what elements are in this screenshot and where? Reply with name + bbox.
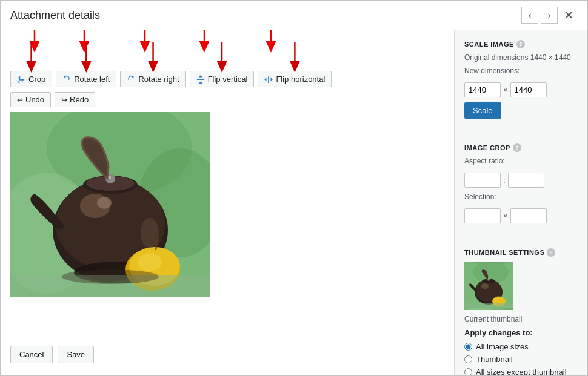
original-dims: Original dimensions 1440 × 1440 [464,53,578,62]
radio-all-sizes[interactable]: All image sizes [464,342,578,351]
apply-label: Apply changes to: [464,328,578,337]
divider-1 [464,131,578,131]
radio-all-except-label: All sizes except thumbnail [476,368,567,375]
sidebar: SCALE IMAGE ? Original dimensions 1440 ×… [454,30,587,375]
rotate-right-icon [127,75,135,84]
thumbnail-section: THUMBNAIL SETTINGS ? [464,248,578,375]
footer-buttons: Cancel Save [10,341,444,368]
radio-all-except-thumbnail[interactable]: All sizes except thumbnail [464,368,578,375]
prev-button[interactable]: ‹ [521,7,538,24]
modal-container: Attachment details ‹ › ✕ [0,0,588,376]
thumbnail-painting-svg [464,262,513,310]
aspect-ratio-row: : [464,173,578,188]
crop-icon [17,75,25,84]
svg-rect-39 [464,303,513,308]
selection-x-sep: × [503,211,508,220]
kettle-painting-svg [10,112,210,297]
image-preview [10,112,210,297]
new-dims-label: New dimensions: [464,67,578,75]
flip-vertical-icon [196,75,205,84]
radio-all-sizes-input[interactable] [464,343,472,351]
flip-horizontal-icon [264,75,273,84]
radio-all-except-input[interactable] [464,368,472,375]
flip-vertical-button[interactable]: Flip vertical [190,71,255,87]
radio-thumbnail-label: Thumbnail [476,355,513,364]
aspect-width-input[interactable] [464,173,501,188]
crop-help-icon[interactable]: ? [513,143,521,152]
modal-title: Attachment details [10,9,100,22]
scale-section-title: SCALE IMAGE ? [464,40,578,48]
cancel-button[interactable]: Cancel [10,346,53,363]
radio-all-sizes-label: All image sizes [476,342,529,351]
selection-row: × [464,208,578,223]
history-bar: ↩ Undo ↪ Redo [10,92,444,107]
red-arrows-svg [10,38,444,71]
redo-icon: ↪ [61,96,67,104]
radio-thumbnail[interactable]: Thumbnail [464,355,578,364]
next-button[interactable]: › [541,7,558,24]
redo-button[interactable]: ↪ Redo [55,92,95,107]
divider-2 [464,236,578,236]
scale-section: SCALE IMAGE ? Original dimensions 1440 ×… [464,40,578,119]
modal-header: Attachment details ‹ › ✕ [1,1,587,30]
toolbar: Crop Rotate left Rotate right [10,38,444,87]
arrows-overlay [10,30,313,74]
svg-point-19 [97,197,112,209]
width-input[interactable] [464,82,501,97]
scale-help-icon[interactable]: ? [516,40,525,48]
aspect-colon: : [503,176,506,185]
thumbnail-section-title: THUMBNAIL SETTINGS ? [464,248,578,257]
rotate-left-button[interactable]: Rotate left [56,71,116,87]
selection-x-input[interactable] [464,208,501,223]
svg-point-35 [481,283,489,289]
svg-point-30 [62,269,159,284]
save-button[interactable]: Save [58,346,94,363]
current-thumbnail-label: Current thumbnail [464,315,578,323]
image-area [10,112,444,336]
crop-section-title: IMAGE CROP ? [464,143,578,152]
radio-thumbnail-input[interactable] [464,355,472,363]
selection-y-input[interactable] [510,208,547,223]
rotate-left-icon [62,75,71,84]
dimensions-row: × [464,82,578,97]
close-button[interactable]: ✕ [560,7,578,24]
crop-button[interactable]: Crop [10,71,52,87]
aspect-height-input[interactable] [508,173,544,188]
main-area: Crop Rotate left Rotate right [1,30,454,375]
undo-button[interactable]: ↩ Undo [10,92,51,107]
dims-x-separator: × [503,85,508,94]
svg-point-28 [141,218,159,248]
height-input[interactable] [510,82,547,97]
scale-button[interactable]: Scale [464,102,501,119]
radio-group: All image sizes Thumbnail All sizes exce… [464,342,578,375]
undo-icon: ↩ [17,96,23,104]
modal-body: Crop Rotate left Rotate right [1,30,587,375]
aspect-ratio-label: Aspect ratio: [464,157,578,165]
thumbnail-help-icon[interactable]: ? [547,248,555,257]
crop-section: IMAGE CROP ? Aspect ratio: : Selection: … [464,143,578,223]
svg-point-27 [138,253,162,271]
thumbnail-image [464,262,513,310]
modal-nav: ‹ › ✕ [521,7,578,24]
rotate-right-button[interactable]: Rotate right [120,71,185,87]
selection-label: Selection: [464,193,578,201]
flip-horizontal-button[interactable]: Flip horizontal [258,71,332,87]
